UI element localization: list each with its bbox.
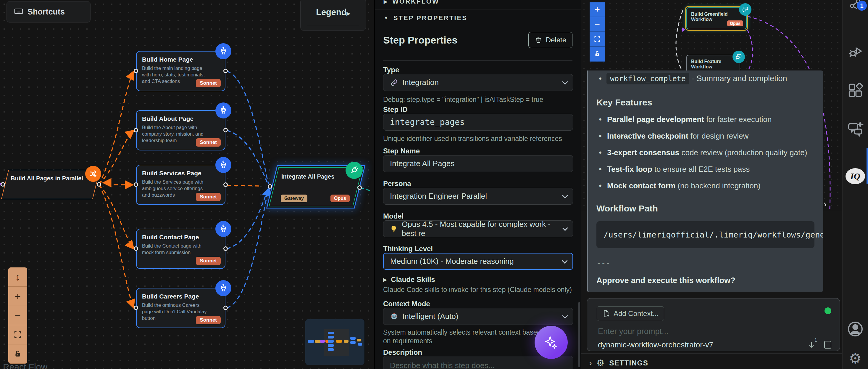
node-handle[interactable] (223, 306, 228, 310)
lock-icon (14, 350, 22, 358)
lock-button[interactable] (590, 47, 605, 62)
context-mode-select[interactable]: Intelligent (Auto) (383, 308, 573, 325)
minimap-node (336, 340, 342, 343)
workflow-canvas[interactable]: Shortcuts Legend▶ Build All Pages in Par… (0, 0, 374, 369)
minimap-node (308, 340, 314, 343)
section-divider (375, 9, 581, 9)
list-item: •3-expert consensus code review (product… (596, 148, 814, 157)
type-select[interactable]: Integration (383, 74, 573, 91)
node-handle[interactable] (358, 186, 362, 190)
persona-select[interactable]: Integration Engineer Parallel (383, 188, 573, 205)
lock-icon (594, 51, 600, 57)
node-handle[interactable] (134, 306, 138, 310)
assistant-message: • workflow_complete - Summary and comple… (587, 70, 823, 292)
step-id-helper: Unique identifier used in transitions an… (383, 135, 572, 143)
node-title: Build Contact Page (142, 234, 219, 241)
node-handle[interactable] (134, 69, 138, 73)
chevron-down-icon (562, 225, 568, 231)
minimap[interactable] (305, 319, 365, 365)
robot-icon (215, 43, 231, 59)
minimap-node (328, 340, 334, 343)
settings-section-header[interactable]: › ⚙ SETTINGS (589, 358, 648, 368)
ai-assist-fab[interactable] (535, 326, 568, 359)
minimap-viewport[interactable] (324, 329, 349, 356)
minimap-node (344, 340, 348, 343)
fit-view-icon (14, 331, 22, 339)
step-id-input[interactable] (383, 114, 573, 131)
node-build-home-page[interactable]: Build Home Page Build the main landing p… (136, 51, 225, 91)
minimap-node (328, 344, 334, 347)
iq-logo[interactable]: IQ (845, 168, 865, 184)
notification-badge: 1 (857, 1, 867, 11)
auto-layout-button[interactable]: ↕ (8, 267, 27, 287)
model-label: Model (383, 212, 404, 220)
robot-emoji-icon (390, 312, 398, 321)
ai-chat-icon[interactable] (847, 121, 864, 139)
queue-download-icon[interactable]: 1 (807, 340, 816, 349)
model-select[interactable]: Opus 4.5 - Most capable for complex work… (383, 220, 573, 237)
add-context-button[interactable]: Add Context... (597, 306, 664, 321)
shortcuts-panel[interactable]: Shortcuts (6, 1, 91, 23)
context-mode-label: Context Mode (383, 300, 430, 308)
chevron-down-icon (562, 193, 568, 198)
settings-gear-icon[interactable]: ⚙ (849, 350, 862, 367)
fit-view-button[interactable] (590, 32, 605, 47)
minimap-node (320, 340, 325, 343)
persona-label: Persona (383, 179, 411, 188)
approve-question: Approve and execute this workflow? (596, 276, 814, 285)
fit-view-icon (594, 36, 600, 42)
node-build-contact-page[interactable]: Build Contact Page Build the Contact pag… (136, 229, 225, 269)
node-build-services-page[interactable]: Build Services Page Build the Services p… (136, 165, 225, 205)
widgets-icon[interactable] (847, 82, 863, 100)
node-handle[interactable] (134, 247, 138, 251)
node-handle[interactable] (97, 182, 101, 187)
node-handle[interactable] (268, 184, 272, 189)
zoom-out-button[interactable]: − (590, 17, 605, 32)
node-handle[interactable] (223, 69, 228, 73)
prompt-input[interactable] (598, 327, 775, 336)
node-handle[interactable] (1, 182, 5, 187)
caret-right-icon: ▶ (383, 277, 387, 283)
list-item: •Test-fix loop to ensure all E2E tests p… (596, 165, 814, 174)
parallel-split-icon (85, 166, 101, 182)
model-badge: Sonnet (196, 257, 221, 265)
zoom-in-button[interactable]: + (590, 2, 605, 17)
delete-step-button[interactable]: Delete (528, 32, 572, 48)
node-build-greenfield-workflow[interactable]: Build Greenfield Workflow Opus (686, 7, 747, 29)
description-textarea[interactable] (383, 356, 573, 369)
legend-panel[interactable]: Legend▶ (300, 0, 366, 31)
gear-icon: ⚙ (596, 358, 604, 368)
legend-caret-icon: ▶ (346, 11, 350, 16)
node-build-careers-page[interactable]: Build Careers Page Build the ominous Car… (136, 288, 225, 328)
node-handle[interactable] (134, 182, 138, 187)
debug-run-icon[interactable] (847, 45, 863, 62)
claude-skills-toggle[interactable]: ▶ Claude Skills (383, 276, 435, 284)
plus-icon: + (595, 4, 600, 15)
step-name-input[interactable] (383, 155, 573, 172)
node-handle[interactable] (223, 182, 228, 187)
panel-scrollbar[interactable] (578, 302, 580, 367)
step-properties-section-header[interactable]: ▼ STEP PROPERTIES (375, 14, 467, 22)
type-label: Type (383, 66, 399, 74)
node-title: Build Feature Workflow (691, 59, 736, 69)
minus-icon: − (595, 19, 600, 29)
description-label: Description (383, 348, 422, 357)
zoom-out-button[interactable]: − (8, 306, 27, 325)
node-handle[interactable] (223, 247, 228, 251)
minimap-node (328, 332, 334, 334)
node-build-about-page[interactable]: Build About Page Build the About page wi… (136, 110, 225, 150)
thinking-level-select[interactable]: Medium (10K) - Moderate reasoning (383, 253, 573, 270)
message-divider: --- (596, 258, 814, 267)
node-handle[interactable] (134, 128, 138, 132)
model-badge: Sonnet (196, 79, 221, 87)
lock-button[interactable] (8, 344, 27, 364)
workflow-section-header[interactable]: ▶ WORKFLOW (375, 0, 439, 5)
fit-view-button[interactable] (8, 325, 27, 344)
node-handle[interactable] (223, 128, 228, 132)
stop-icon[interactable] (824, 341, 831, 348)
legend-divider (307, 26, 359, 26)
thinking-level-label: Thinking Level (383, 245, 433, 253)
account-icon[interactable] (847, 320, 864, 339)
zoom-in-button[interactable]: + (8, 287, 27, 306)
gateway-badge: Gateway (281, 195, 307, 202)
